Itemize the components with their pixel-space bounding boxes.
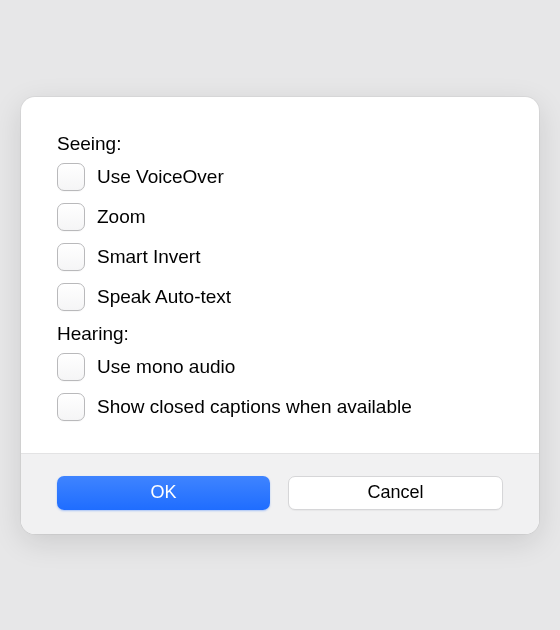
option-label-mono-audio: Use mono audio [97, 356, 235, 378]
option-row-speak-auto-text: Speak Auto-text [57, 283, 503, 311]
option-row-mono-audio: Use mono audio [57, 353, 503, 381]
option-label-zoom: Zoom [97, 206, 146, 228]
hearing-section-label: Hearing: [57, 323, 503, 345]
checkbox-speak-auto-text[interactable] [57, 283, 85, 311]
dialog-content: Seeing: Use VoiceOver Zoom Smart Invert … [21, 97, 539, 453]
checkbox-closed-captions[interactable] [57, 393, 85, 421]
option-label-smart-invert: Smart Invert [97, 246, 200, 268]
option-row-smart-invert: Smart Invert [57, 243, 503, 271]
seeing-section-label: Seeing: [57, 133, 503, 155]
dialog-footer: OK Cancel [21, 453, 539, 534]
option-row-voiceover: Use VoiceOver [57, 163, 503, 191]
checkbox-mono-audio[interactable] [57, 353, 85, 381]
option-label-voiceover: Use VoiceOver [97, 166, 224, 188]
option-label-speak-auto-text: Speak Auto-text [97, 286, 231, 308]
checkbox-voiceover[interactable] [57, 163, 85, 191]
option-row-closed-captions: Show closed captions when available [57, 393, 503, 421]
option-label-closed-captions: Show closed captions when available [97, 396, 412, 418]
checkbox-zoom[interactable] [57, 203, 85, 231]
option-row-zoom: Zoom [57, 203, 503, 231]
checkbox-smart-invert[interactable] [57, 243, 85, 271]
ok-button[interactable]: OK [57, 476, 270, 510]
cancel-button[interactable]: Cancel [288, 476, 503, 510]
accessibility-dialog: Seeing: Use VoiceOver Zoom Smart Invert … [21, 97, 539, 534]
